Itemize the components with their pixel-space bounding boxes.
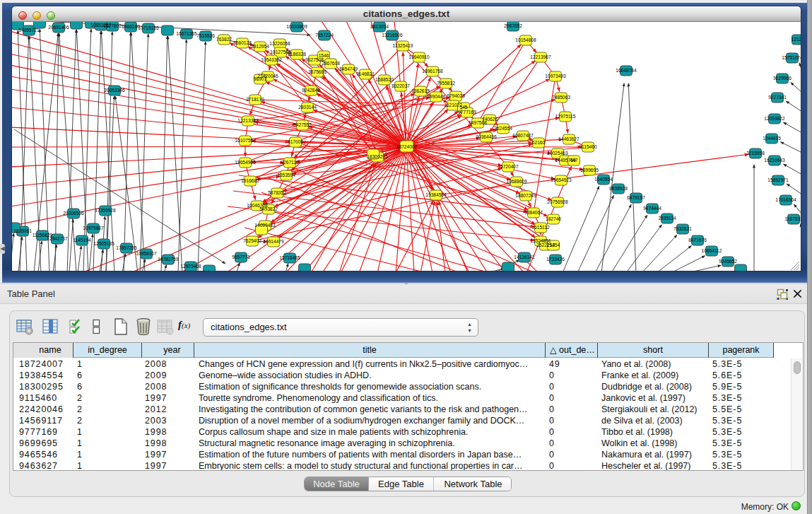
svg-text:14463627: 14463627 [558, 136, 579, 141]
svg-text:18807249: 18807249 [515, 193, 536, 198]
svg-text:12213383: 12213383 [237, 118, 259, 123]
svg-text:17359928: 17359928 [95, 208, 116, 213]
svg-text:3875685: 3875685 [308, 69, 326, 74]
svg-text:8660128: 8660128 [233, 40, 252, 45]
svg-text:1362615: 1362615 [411, 88, 430, 93]
svg-text:9129966: 9129966 [773, 76, 792, 81]
svg-text:1546: 1546 [319, 53, 329, 58]
svg-text:8990448: 8990448 [427, 94, 445, 99]
svg-text:9384067: 9384067 [524, 210, 543, 215]
svg-text:1916682: 1916682 [241, 178, 259, 183]
svg-text:14099483: 14099483 [254, 223, 276, 228]
svg-text:8186328: 8186328 [288, 52, 306, 57]
svg-text:447: 447 [570, 158, 577, 163]
svg-text:19654923: 19654923 [551, 177, 572, 182]
svg-text:16914479: 16914479 [263, 239, 284, 244]
svg-text:20691406: 20691406 [48, 25, 69, 30]
svg-text:1733426: 1733426 [546, 257, 565, 262]
svg-text:182746: 182746 [546, 216, 561, 221]
svg-text:2867608: 2867608 [322, 61, 340, 66]
svg-text:8267110: 8267110 [281, 160, 299, 165]
svg-text:9777169: 9777169 [458, 110, 476, 115]
svg-text:8938928: 8938928 [609, 186, 628, 191]
svg-text:9227341: 9227341 [768, 95, 787, 100]
svg-text:12213967: 12213967 [530, 54, 551, 59]
svg-text:6794028: 6794028 [447, 93, 465, 98]
svg-text:10654112: 10654112 [702, 248, 722, 253]
svg-text:2803144: 2803144 [298, 105, 317, 110]
svg-text:14055721: 14055721 [18, 28, 40, 33]
svg-text:1167533: 1167533 [784, 216, 801, 221]
svg-text:10973493: 10973493 [545, 74, 566, 78]
svg-text:10154808: 10154808 [515, 37, 536, 42]
svg-text:13640910: 13640910 [408, 54, 430, 59]
svg-text:15692971: 15692971 [767, 177, 789, 182]
svg-text:16961758: 16961758 [422, 69, 443, 74]
svg-text:16671355: 16671355 [176, 31, 197, 36]
svg-text:19384554: 19384554 [425, 192, 447, 197]
svg-text:12923468: 12923468 [180, 264, 201, 269]
svg-text:13218506: 13218506 [382, 33, 403, 37]
svg-text:17016504: 17016504 [775, 197, 796, 202]
svg-text:1615112: 1615112 [531, 225, 550, 230]
svg-text:15716485: 15716485 [279, 255, 300, 260]
svg-text:18724007: 18724007 [396, 144, 418, 149]
svg-text:12942737: 12942737 [47, 236, 68, 241]
svg-text:1527602: 1527602 [103, 23, 122, 28]
svg-text:1835061: 1835061 [13, 228, 32, 233]
svg-text:19654965: 19654965 [235, 160, 256, 165]
svg-text:2087652: 2087652 [504, 23, 522, 28]
svg-text:13226058: 13226058 [269, 41, 290, 46]
svg-text:7625402: 7625402 [243, 238, 261, 243]
svg-text:12093822: 12093822 [764, 116, 785, 121]
svg-text:11325419: 11325419 [393, 43, 413, 48]
svg-text:8454749: 8454749 [339, 66, 358, 71]
svg-text:25254: 25254 [547, 243, 560, 247]
svg-text:98901: 98901 [254, 76, 267, 81]
svg-text:12975115: 12975115 [555, 114, 576, 119]
svg-text:16107552: 16107552 [235, 138, 256, 143]
svg-text:7955812: 7955812 [437, 81, 455, 86]
svg-text:3912954: 3912954 [251, 44, 269, 49]
svg-text:9474444: 9474444 [643, 206, 661, 211]
svg-text:9427552: 9427552 [293, 122, 312, 127]
svg-text:5493822: 5493822 [259, 206, 278, 211]
svg-text:2718170: 2718170 [246, 97, 264, 102]
svg-text:9115460: 9115460 [579, 144, 597, 149]
svg-text:9657771: 9657771 [232, 255, 250, 259]
svg-text:7515526: 7515526 [196, 33, 215, 38]
svg-text:20364436: 20364436 [476, 134, 497, 139]
svg-text:10688609: 10688609 [506, 179, 527, 184]
svg-text:18300295: 18300295 [367, 154, 388, 159]
svg-text:7357224: 7357224 [315, 33, 334, 37]
svg-text:15720407: 15720407 [498, 164, 519, 169]
svg-text:6479197: 6479197 [627, 195, 645, 200]
svg-text:10975887: 10975887 [83, 226, 104, 230]
svg-text:12123: 12123 [792, 37, 801, 42]
svg-text:12505135: 12505135 [93, 241, 114, 246]
svg-text:10543362: 10543362 [261, 57, 282, 62]
svg-text:9146821: 9146821 [356, 71, 375, 76]
svg-text:16210643: 16210643 [764, 158, 785, 163]
svg-text:545: 545 [459, 105, 467, 110]
svg-text:8322037: 8322037 [392, 83, 410, 88]
svg-text:20053346: 20053346 [104, 88, 125, 93]
svg-text:10958107: 10958107 [136, 251, 157, 256]
svg-text:1353594: 1353594 [277, 173, 295, 177]
svg-text:9242848: 9242848 [302, 88, 320, 93]
svg-text:7632621: 7632621 [673, 226, 692, 231]
svg-text:16648784: 16648784 [616, 68, 637, 73]
svg-text:1244415: 1244415 [763, 136, 781, 141]
svg-text:17857255: 17857255 [116, 245, 137, 250]
svg-text:7485063: 7485063 [552, 95, 570, 100]
svg-text:6466160: 6466160 [122, 24, 140, 29]
svg-text:3624554: 3624554 [494, 126, 512, 131]
svg-text:10807487: 10807487 [512, 133, 534, 138]
svg-text:8813054: 8813054 [370, 24, 389, 29]
svg-text:62160: 62160 [532, 140, 546, 145]
svg-text:15751074: 15751074 [782, 55, 801, 60]
svg-text:1640954: 1640954 [594, 177, 613, 182]
svg-text:1145194: 1145194 [73, 238, 91, 243]
svg-text:8471676: 8471676 [688, 238, 707, 243]
svg-text:14136141: 14136141 [514, 255, 535, 259]
